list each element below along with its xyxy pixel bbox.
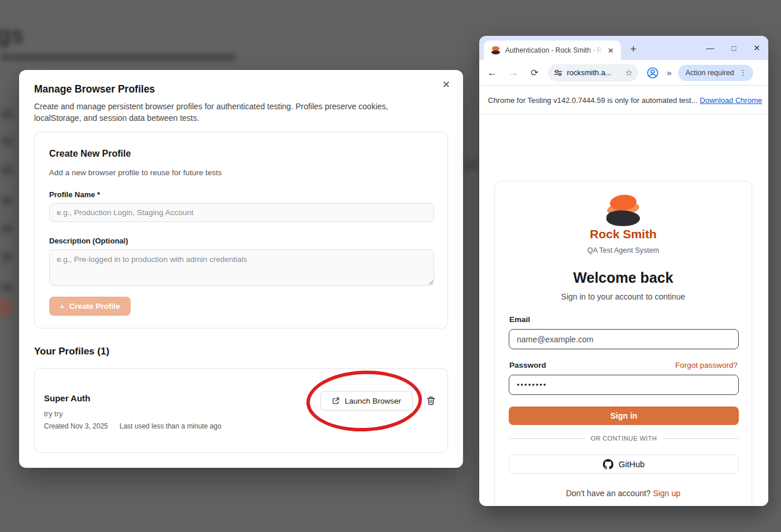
profile-name: Super Auth	[44, 393, 90, 403]
dimmed-sidebar-artifact	[1, 166, 13, 175]
password-input[interactable]	[509, 375, 739, 395]
window-controls: — □ ✕	[706, 36, 760, 60]
dimmed-page-heading-fragment: gs	[0, 22, 24, 48]
modal-title: Manage Browser Profiles	[34, 83, 155, 95]
dimmed-sidebar-artifact	[1, 110, 13, 119]
launch-browser-button[interactable]: Launch Browser	[320, 391, 413, 411]
close-icon[interactable]: ✕	[440, 77, 453, 92]
reload-icon[interactable]: ⟳	[531, 67, 538, 78]
description-label: Description (Optional)	[49, 237, 128, 245]
profile-name-label: Profile Name *	[49, 190, 100, 199]
external-link-icon	[332, 397, 340, 405]
your-profiles-title: Your Profiles (1)	[34, 346, 109, 357]
browser-window: Authentication - Rock Smith - R ✕ + — □ …	[479, 36, 768, 506]
chip-menu-icon[interactable]: ⋮	[736, 68, 750, 77]
dimmed-sidebar-artifact	[1, 197, 13, 205]
profile-account-icon[interactable]	[646, 66, 659, 79]
dimmed-accent-artifact	[0, 300, 12, 316]
screen: gs ✕ Manage Browser Profiles Create and …	[0, 0, 781, 532]
github-icon	[603, 459, 613, 470]
password-label: Password	[509, 361, 546, 370]
tab-title: Authentication - Rock Smith - R	[505, 46, 605, 54]
browser-toolbar: ← → ⟳ rocksmith.a... ☆	[479, 60, 768, 86]
forward-icon[interactable]: →	[509, 67, 519, 79]
plus-icon: +	[60, 301, 65, 311]
dimmed-sidebar-artifact	[1, 224, 13, 233]
github-button-label: GitHub	[619, 460, 645, 469]
dimmed-page-text-artifact	[0, 54, 236, 61]
dimmed-sidebar-artifact	[1, 253, 13, 261]
rock-smith-logo	[603, 194, 643, 227]
bookmark-star-icon[interactable]: ☆	[625, 68, 632, 78]
dimmed-sidebar-artifact	[1, 137, 13, 146]
welcome-heading: Welcome back	[495, 269, 752, 286]
browser-tab[interactable]: Authentication - Rock Smith - R ✕	[484, 40, 621, 60]
welcome-subheading: Sign in to your account to continue	[495, 292, 752, 301]
email-label: Email	[509, 315, 530, 324]
delete-profile-button[interactable]	[422, 393, 439, 409]
tab-close-icon[interactable]: ✕	[605, 45, 616, 56]
brand-name: Rock Smith	[495, 227, 752, 241]
new-tab-icon[interactable]: +	[627, 42, 640, 57]
signup-row: Don't have an account? Sign up	[495, 489, 752, 498]
action-required-label: Action required	[686, 69, 734, 77]
page-viewport: Rock Smith QA Test Agent System Welcome …	[479, 114, 768, 506]
signup-link[interactable]: Sign up	[653, 489, 680, 498]
create-profile-button-label: Create Profile	[69, 302, 120, 311]
action-required-chip[interactable]: Action required ⋮	[678, 65, 753, 81]
minimize-icon[interactable]: —	[706, 44, 714, 52]
profile-name-input[interactable]	[49, 203, 434, 222]
profile-last-used: Last used less than a minute ago	[120, 422, 221, 430]
create-profile-button[interactable]: + Create Profile	[49, 297, 131, 316]
profile-description: try try	[44, 409, 63, 418]
dimmed-page-artifact	[462, 160, 479, 170]
divider-label: OR CONTINUE WITH	[591, 435, 657, 442]
profile-created: Created Nov 3, 2025	[44, 422, 108, 430]
url-text: rocksmith.a...	[567, 68, 625, 77]
rock-favicon	[491, 46, 501, 54]
manage-profiles-modal: ✕ Manage Browser Profiles Create and man…	[19, 70, 463, 468]
create-profile-section: Create New Profile Add a new browser pro…	[34, 132, 448, 328]
create-section-title: Create New Profile	[49, 149, 131, 159]
profile-meta: Created Nov 3, 2025 Last used less than …	[44, 422, 221, 430]
tab-strip: Authentication - Rock Smith - R ✕ + — □ …	[479, 36, 768, 60]
signup-prompt: Don't have an account?	[566, 489, 653, 498]
brand-subtitle: QA Test Agent System	[495, 246, 752, 254]
trash-icon	[427, 396, 435, 405]
download-chrome-link[interactable]: Download Chrome	[700, 96, 763, 105]
description-textarea[interactable]	[49, 249, 434, 286]
address-bar[interactable]: rocksmith.a... ☆	[548, 64, 638, 82]
extensions-overflow-icon[interactable]: »	[667, 68, 671, 77]
back-icon[interactable]: ←	[487, 67, 497, 79]
create-section-subtitle: Add a new browser profile to reuse for f…	[49, 168, 222, 177]
github-button[interactable]: GitHub	[509, 455, 739, 474]
divider: OR CONTINUE WITH	[509, 435, 739, 442]
launch-browser-label: Launch Browser	[345, 397, 401, 405]
window-close-icon[interactable]: ✕	[753, 44, 760, 52]
dimmed-sidebar-artifact	[1, 283, 13, 292]
maximize-icon[interactable]: □	[731, 45, 736, 52]
profile-card: Super Auth try try Created Nov 3, 2025 L…	[34, 368, 448, 453]
site-settings-icon	[554, 69, 562, 76]
forgot-password-link[interactable]: Forgot password?	[675, 361, 738, 370]
infobar-message: Chrome for Testing v142.0.7444.59 is onl…	[488, 96, 698, 105]
auth-card: Rock Smith QA Test Agent System Welcome …	[494, 181, 752, 506]
modal-description: Create and manage persistent browser pro…	[34, 101, 423, 124]
email-input[interactable]	[509, 329, 739, 349]
sign-in-button[interactable]: Sign in	[509, 407, 739, 425]
chrome-for-testing-infobar: Chrome for Testing v142.0.7444.59 is onl…	[479, 86, 768, 114]
